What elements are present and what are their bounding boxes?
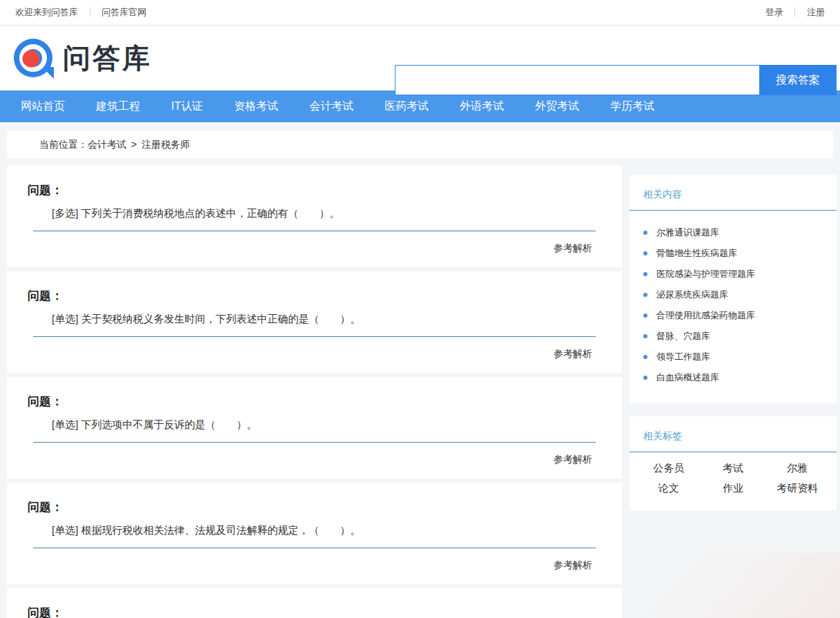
topbar: 欢迎来到问答库 问答库官网 登录 注册 [0, 0, 840, 26]
topbar-left: 欢迎来到问答库 问答库官网 [15, 6, 146, 19]
analysis-row: 参考解析 [28, 231, 601, 256]
related-content-item[interactable]: 领导工作题库 [643, 347, 823, 367]
bullet-dot-icon [643, 376, 647, 380]
related-content-item[interactable]: 骨髓增生性疾病题库 [643, 243, 823, 264]
bullet-dot-icon [643, 293, 647, 297]
bullet-dot-icon [643, 272, 647, 276]
analysis-row: 参考解析 [28, 443, 601, 467]
breadcrumb: 当前位置：会计考试>注册税务师 [7, 131, 833, 158]
bullet-dot-icon [643, 355, 647, 359]
related-content-item[interactable]: 医院感染与护理管理题库 [643, 264, 823, 284]
tag-link[interactable]: 尔雅 [765, 462, 830, 475]
tag-link[interactable]: 考研资料 [765, 482, 830, 495]
tag-link[interactable]: 公务员 [636, 462, 701, 475]
logo-red-dot [22, 50, 39, 67]
related-content-title: 相关内容 [629, 175, 837, 211]
bullet-dot-icon [643, 334, 647, 338]
bullet-dot-icon [643, 231, 647, 235]
related-content-item[interactable]: 尔雅通识课题库 [643, 222, 823, 243]
related-content-link[interactable]: 白血病概述题库 [656, 371, 719, 384]
nav-item-it-certification[interactable]: IT认证 [171, 99, 203, 114]
vertical-divider [794, 8, 795, 17]
question-card: 问题： [单选] 关于法律、法规授权的组织，下列说法错误的是（ ）。 参考解析 [7, 588, 622, 618]
topbar-right: 登录 注册 [765, 6, 825, 19]
question-label: 问题： [28, 499, 601, 515]
related-content-item[interactable]: 白血病概述题库 [643, 367, 823, 388]
page: 欢迎来到问答库 问答库官网 登录 注册 问答库 搜索答案 网站首页 建筑工程 I… [0, 0, 840, 618]
sidebar: 相关内容 尔雅通识课题库 骨髓增生性疾病题库 医院感染与护理管理题库 泌尿系统疾… [629, 175, 837, 523]
question-card: 问题： [多选] 下列关于消费税纳税地点的表述中，正确的有（ ）。 参考解析 [7, 166, 622, 267]
question-text: [多选] 下列关于消费税纳税地点的表述中，正确的有（ ）。 [52, 207, 601, 220]
welcome-text: 欢迎来到问答库 [15, 7, 78, 17]
register-link[interactable]: 注册 [807, 7, 825, 17]
analysis-row: 参考解析 [28, 337, 601, 362]
login-link[interactable]: 登录 [765, 7, 783, 17]
nav-item-medical-exam[interactable]: 医药考试 [384, 99, 429, 114]
related-tags-title: 相关标签 [629, 416, 837, 452]
official-site-link[interactable]: 问答库官网 [101, 7, 146, 17]
tag-link[interactable]: 作业 [701, 482, 765, 495]
related-tags-panel: 相关标签 公务员 考试 尔雅 论文 作业 考研资料 [629, 416, 837, 510]
related-content-link[interactable]: 合理使用抗感染药物题库 [656, 309, 755, 322]
question-text: [单选] 关于契税纳税义务发生时间，下列表述中正确的是（ ）。 [52, 313, 601, 326]
related-content-link[interactable]: 泌尿系统疾病题库 [656, 289, 728, 301]
search-button[interactable]: 搜索答案 [759, 65, 837, 95]
question-label: 问题： [28, 605, 601, 618]
bubble-tail [42, 67, 54, 79]
related-content-link[interactable]: 督脉、穴题库 [656, 330, 710, 342]
related-content-link[interactable]: 尔雅通识课题库 [656, 226, 719, 239]
related-content-item[interactable]: 督脉、穴题库 [643, 326, 823, 347]
bullet-dot-icon [643, 251, 647, 255]
search-input[interactable] [395, 65, 759, 95]
question-label: 问题： [28, 394, 601, 409]
nav-item-foreign-language-exam[interactable]: 外语考试 [460, 99, 504, 114]
tag-grid: 公务员 考试 尔雅 论文 作业 考研资料 [629, 452, 837, 505]
related-content-item[interactable]: 泌尿系统疾病题库 [643, 284, 823, 305]
question-card: 问题： [单选] 下列选项中不属于反诉的是（ ）。 参考解析 [7, 377, 622, 479]
content: 问题： [多选] 下列关于消费税纳税地点的表述中，正确的有（ ）。 参考解析 问… [7, 166, 837, 618]
header: 问答库 搜索答案 [0, 26, 840, 90]
question-text: [单选] 根据现行税收相关法律、法规及司法解释的规定，（ ）。 [52, 524, 601, 537]
analysis-link[interactable]: 参考解析 [554, 348, 592, 359]
search-bar: 搜索答案 [395, 65, 837, 95]
nav-item-education-exam[interactable]: 学历考试 [610, 99, 654, 114]
related-content-list: 尔雅通识课题库 骨髓增生性疾病题库 医院感染与护理管理题库 泌尿系统疾病题库 合… [629, 211, 837, 398]
related-content-link[interactable]: 医院感染与护理管理题库 [656, 268, 755, 280]
breadcrumb-separator: > [131, 139, 137, 150]
question-label: 问题： [28, 182, 601, 198]
nav-item-qualification-exam[interactable]: 资格考试 [234, 99, 278, 114]
nav-item-foreign-trade-exam[interactable]: 外贸考试 [535, 99, 579, 114]
breadcrumb-link-current[interactable]: 注册税务师 [141, 139, 190, 150]
related-content-link[interactable]: 领导工作题库 [656, 351, 710, 363]
breadcrumb-link-category[interactable]: 会计考试 [88, 139, 126, 150]
related-content-panel: 相关内容 尔雅通识课题库 骨髓增生性疾病题库 医院感染与护理管理题库 泌尿系统疾… [629, 175, 837, 403]
analysis-link[interactable]: 参考解析 [554, 242, 592, 253]
related-content-item[interactable]: 合理使用抗感染药物题库 [643, 305, 823, 326]
bullet-dot-icon [643, 313, 647, 318]
tag-link[interactable]: 考试 [701, 462, 765, 475]
question-card: 问题： [单选] 根据现行税收相关法律、法规及司法解释的规定，（ ）。 参考解析 [7, 483, 622, 584]
related-content-link[interactable]: 骨髓增生性疾病题库 [656, 247, 737, 260]
question-label: 问题： [28, 288, 601, 304]
nav-item-construction[interactable]: 建筑工程 [96, 99, 140, 114]
nav-item-accounting-exam[interactable]: 会计考试 [309, 99, 353, 114]
question-card: 问题： [单选] 关于契税纳税义务发生时间，下列表述中正确的是（ ）。 参考解析 [7, 271, 622, 373]
analysis-link[interactable]: 参考解析 [554, 454, 592, 465]
breadcrumb-prefix: 当前位置： [39, 139, 88, 150]
tag-link[interactable]: 论文 [636, 482, 701, 495]
nav-item-home[interactable]: 网站首页 [21, 99, 65, 114]
vertical-divider [90, 8, 90, 17]
analysis-row: 参考解析 [28, 548, 601, 573]
question-text: [单选] 下列选项中不属于反诉的是（ ）。 [52, 418, 601, 432]
question-list: 问题： [多选] 下列关于消费税纳税地点的表述中，正确的有（ ）。 参考解析 问… [7, 166, 622, 618]
speech-bubble-logo-icon [14, 39, 52, 77]
logo-text: 问答库 [63, 39, 152, 77]
site-logo[interactable]: 问答库 [14, 39, 152, 77]
analysis-link[interactable]: 参考解析 [554, 559, 592, 570]
